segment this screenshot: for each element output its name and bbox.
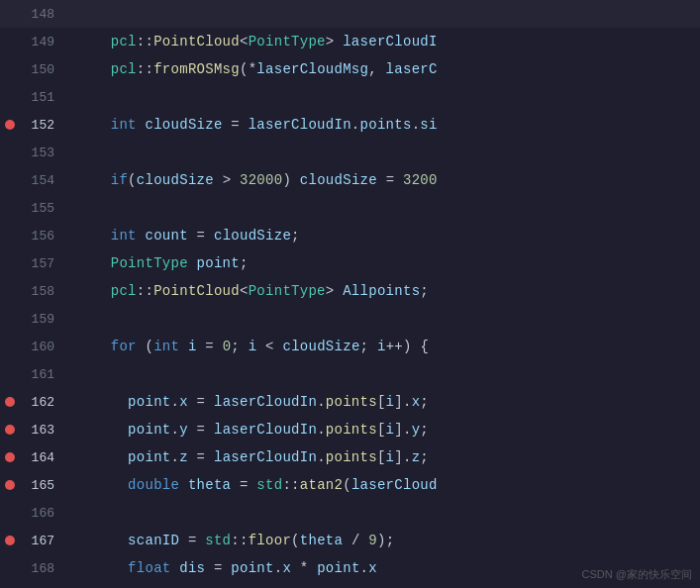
breakpoint-165[interactable] bbox=[0, 471, 20, 499]
code-line-159: 159 bbox=[0, 305, 700, 333]
code-area: 148 149 pcl::PointCloud<PointType> laser… bbox=[0, 0, 700, 588]
line-number-154: 154 bbox=[20, 173, 64, 188]
breakpoint-162[interactable] bbox=[0, 388, 20, 416]
breakpoint-dot-164 bbox=[5, 452, 15, 462]
line-number-156: 156 bbox=[20, 229, 64, 244]
code-line-152: 152 int cloudSize = laserCloudIn.points.… bbox=[0, 111, 700, 139]
breakpoint-dot-152 bbox=[5, 120, 15, 130]
code-content-160: for (int i = 0; i < cloudSize; i++) { bbox=[64, 333, 429, 360]
editor-container: 148 149 pcl::PointCloud<PointType> laser… bbox=[0, 0, 700, 588]
breakpoint-150[interactable] bbox=[0, 55, 20, 83]
code-content-157: PointType point; bbox=[64, 249, 249, 277]
code-line-167: 167 scanID = std::floor(theta / 9); bbox=[0, 527, 700, 554]
code-content-156: int count = cloudSize; bbox=[64, 222, 300, 249]
line-number-159: 159 bbox=[20, 312, 64, 327]
code-content-167: scanID = std::floor(theta / 9); bbox=[64, 527, 394, 554]
breakpoint-157[interactable] bbox=[0, 249, 20, 277]
code-line-165: 165 double theta = std::atan2(laserCloud bbox=[0, 471, 700, 499]
line-number-151: 151 bbox=[20, 90, 64, 105]
code-content-165: double theta = std::atan2(laserCloud bbox=[64, 471, 438, 499]
breakpoint-163[interactable] bbox=[0, 416, 20, 443]
code-content-150: pcl::fromROSMsg(*laserCloudMsg, laserC bbox=[64, 55, 438, 83]
line-number-163: 163 bbox=[20, 423, 64, 438]
code-line-163: 163 point.y = laserCloudIn.points[i].y; bbox=[0, 416, 700, 443]
breakpoint-dot-163 bbox=[5, 425, 15, 435]
line-number-160: 160 bbox=[20, 340, 64, 354]
breakpoint-166[interactable] bbox=[0, 499, 20, 527]
code-line-157: 157 PointType point; bbox=[0, 249, 700, 277]
code-line-156: 156 int count = cloudSize; bbox=[0, 222, 700, 249]
line-number-162: 162 bbox=[20, 395, 64, 410]
line-number-166: 166 bbox=[20, 506, 64, 521]
breakpoint-161[interactable] bbox=[0, 360, 20, 388]
line-number-158: 158 bbox=[20, 284, 64, 299]
line-number-161: 161 bbox=[20, 367, 64, 382]
breakpoint-dot-162 bbox=[5, 397, 15, 407]
breakpoint-dot-165 bbox=[5, 480, 15, 490]
code-line-160: 160 for (int i = 0; i < cloudSize; i++) … bbox=[0, 333, 700, 360]
code-line-155: 155 bbox=[0, 194, 700, 222]
breakpoint-156[interactable] bbox=[0, 222, 20, 249]
line-number-148: 148 bbox=[20, 7, 64, 22]
code-line-169: 169 + point.y * point.y bbox=[0, 582, 700, 588]
breakpoint-153[interactable] bbox=[0, 139, 20, 166]
code-content-154: if(cloudSize > 32000) cloudSize = 3200 bbox=[64, 166, 438, 194]
breakpoint-160[interactable] bbox=[0, 333, 20, 360]
breakpoint-148[interactable] bbox=[0, 0, 20, 28]
breakpoint-164[interactable] bbox=[0, 443, 20, 471]
code-line-166: 166 bbox=[0, 499, 700, 527]
code-line-149: 149 pcl::PointCloud<PointType> laserClou… bbox=[0, 28, 700, 55]
line-number-152: 152 bbox=[20, 118, 64, 133]
code-content-162: point.x = laserCloudIn.points[i].x; bbox=[64, 388, 429, 416]
line-number-157: 157 bbox=[20, 256, 64, 271]
code-line-161: 161 bbox=[0, 360, 700, 388]
breakpoint-149[interactable] bbox=[0, 28, 20, 55]
breakpoint-dot-167 bbox=[5, 536, 15, 545]
line-number-164: 164 bbox=[20, 450, 64, 465]
code-content-158: pcl::PointCloud<PointType> Allpoints; bbox=[64, 277, 429, 305]
line-number-155: 155 bbox=[20, 201, 64, 216]
line-number-153: 153 bbox=[20, 146, 64, 160]
code-content-152: int cloudSize = laserCloudIn.points.si bbox=[64, 111, 438, 139]
code-content-168: float dis = point.x * point.x bbox=[64, 554, 377, 582]
line-number-149: 149 bbox=[20, 35, 64, 49]
breakpoint-151[interactable] bbox=[0, 83, 20, 111]
line-number-168: 168 bbox=[20, 561, 64, 576]
code-line-148: 148 bbox=[0, 0, 700, 28]
code-content-169: + point.y * point.y bbox=[64, 582, 360, 588]
line-number-165: 165 bbox=[20, 478, 64, 493]
breakpoint-155[interactable] bbox=[0, 194, 20, 222]
breakpoint-168[interactable] bbox=[0, 554, 20, 582]
line-number-150: 150 bbox=[20, 62, 64, 77]
breakpoint-159[interactable] bbox=[0, 305, 20, 333]
code-line-151: 151 bbox=[0, 83, 700, 111]
breakpoint-154[interactable] bbox=[0, 166, 20, 194]
code-line-164: 164 point.z = laserCloudIn.points[i].z; bbox=[0, 443, 700, 471]
line-number-167: 167 bbox=[20, 534, 64, 548]
code-line-153: 153 bbox=[0, 139, 700, 166]
code-content-164: point.z = laserCloudIn.points[i].z; bbox=[64, 443, 429, 471]
code-line-158: 158 pcl::PointCloud<PointType> Allpoints… bbox=[0, 277, 700, 305]
code-line-154: 154 if(cloudSize > 32000) cloudSize = 32… bbox=[0, 166, 700, 194]
code-line-162: 162 point.x = laserCloudIn.points[i].x; bbox=[0, 388, 700, 416]
code-line-150: 150 pcl::fromROSMsg(*laserCloudMsg, lase… bbox=[0, 55, 700, 83]
breakpoint-167[interactable] bbox=[0, 527, 20, 554]
breakpoint-169[interactable] bbox=[0, 582, 20, 588]
breakpoint-152[interactable] bbox=[0, 111, 20, 139]
code-content-163: point.y = laserCloudIn.points[i].y; bbox=[64, 416, 429, 443]
breakpoint-158[interactable] bbox=[0, 277, 20, 305]
code-content-149: pcl::PointCloud<PointType> laserCloudI bbox=[64, 28, 438, 55]
watermark: CSDN @家的快乐空间 bbox=[582, 567, 692, 582]
